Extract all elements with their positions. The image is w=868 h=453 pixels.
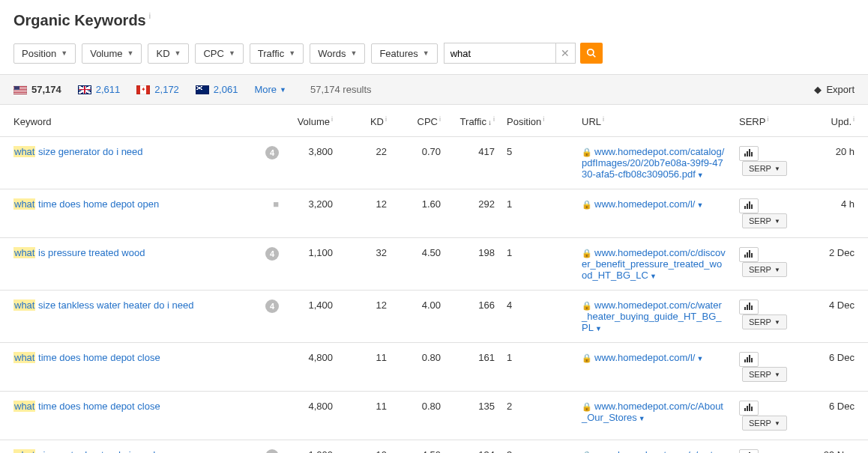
svg-rect-10 [744,255,746,258]
serp-chart-button[interactable] [739,247,759,262]
keyword-link[interactable]: what time does home depot close [13,401,160,412]
url-dropdown-icon[interactable]: ▼ [639,415,645,422]
url-link[interactable]: www.homedepot.com/l/ [594,198,695,210]
col-url[interactable]: URLi [555,105,733,137]
export-icon: ◆ [814,84,822,95]
export-button[interactable]: ◆ Export [814,84,855,95]
caret-down-icon: ▼ [289,49,295,57]
serp-chart-button[interactable] [739,449,759,453]
col-keyword[interactable]: Keyword [0,105,255,137]
clear-search-button[interactable]: ✕ [556,43,576,64]
keyword-link[interactable]: what size tankless water heater do i nee… [13,300,193,311]
serp-chart-button[interactable] [739,300,759,314]
cell-updated: 2 Dec [808,238,868,291]
country-us[interactable]: 57,174 [13,84,61,95]
search-input[interactable] [444,43,556,64]
serp-chart-button[interactable] [739,401,759,416]
svg-rect-12 [749,250,750,258]
cell-volume: 4,800 [285,392,339,440]
svg-line-1 [592,55,595,58]
video-icon[interactable]: ■ [273,198,279,210]
search-button[interactable] [580,43,603,64]
filter-position[interactable]: Position▼ [13,43,76,64]
filter-cpc[interactable]: CPC▼ [195,43,243,64]
filter-features[interactable]: Features▼ [371,43,437,64]
table-row: what size water heater do i need 5 1,000… [0,440,868,453]
url-link[interactable]: www.homedepot.com/c/About_Our_Stores [582,401,723,423]
cell-cpc: 0.80 [393,392,447,440]
bar-chart-icon [744,149,753,156]
svg-rect-25 [751,407,753,411]
caret-down-icon: ▼ [423,49,430,57]
serp-features-badge[interactable]: 4 [265,146,279,159]
url-dropdown-icon[interactable]: ▼ [696,355,703,362]
cell-traffic: 417 [447,137,501,189]
country-au[interactable]: 2,061 [196,84,238,95]
serp-dropdown-button[interactable]: SERP▼ [742,213,787,228]
filter-kd[interactable]: KD▼ [148,43,189,64]
bar-chart-icon [744,355,753,362]
cell-kd: 32 [339,238,393,291]
serp-chart-button[interactable] [739,146,759,161]
col-serp[interactable]: SERPi [733,105,808,137]
serp-dropdown-button[interactable]: SERP▼ [742,262,787,277]
cell-traffic: 166 [447,291,501,343]
serp-chart-button[interactable] [739,198,759,213]
col-upd[interactable]: Upd.i [808,105,868,137]
url-link[interactable]: www.homedepot.com/l/ [594,352,695,363]
keyword-link[interactable]: what time does home depot close [13,352,160,363]
col-position[interactable]: Positioni [501,105,555,137]
country-gb[interactable]: 2,611 [78,84,121,95]
url-link[interactable]: www.homedepot.com/c/water_heater_buying_… [582,300,722,333]
serp-dropdown-button[interactable]: SERP▼ [742,416,787,431]
svg-rect-23 [747,406,748,411]
filter-traffic[interactable]: Traffic▼ [250,43,304,64]
serp-dropdown-button[interactable]: SERP▼ [742,314,787,329]
url-dropdown-icon[interactable]: ▼ [697,171,704,179]
keyword-link[interactable]: what size water heater do i need [13,449,155,453]
serp-features-badge[interactable]: 4 [265,300,279,313]
svg-rect-15 [747,305,748,310]
keyword-link[interactable]: what size generator do i need [13,146,143,157]
lock-icon: 🔒 [582,402,592,411]
country-ca[interactable]: 2,172 [136,84,179,95]
table-row: what time does home depot close 4,800 11… [0,392,868,440]
url-link[interactable]: www.homedepot.com/c/water_heater_buying_… [582,449,722,453]
svg-rect-4 [749,149,750,156]
cell-updated: 4 h [808,189,868,238]
svg-rect-20 [749,355,750,362]
cell-position: 5 [501,137,555,189]
svg-rect-5 [751,152,753,156]
cell-kd: 10 [339,440,393,453]
caret-down-icon: ▼ [774,218,780,225]
page-title: Organic Keywordsi [13,12,855,29]
keyword-link[interactable]: what is pressure treated wood [13,247,145,258]
col-volume[interactable]: Volumei [285,105,339,137]
serp-dropdown-button[interactable]: SERP▼ [742,367,787,382]
url-dropdown-icon[interactable]: ▼ [650,273,657,280]
col-traffic[interactable]: Traffic↓i [447,105,501,137]
col-kd[interactable]: KDi [339,105,393,137]
lock-icon: 🔒 [582,200,592,209]
cell-kd: 22 [339,137,393,189]
col-cpc[interactable]: CPCi [393,105,447,137]
filter-bar: Position▼Volume▼KD▼CPC▼Traffic▼Words▼Fea… [0,35,868,74]
caret-down-icon: ▼ [61,49,67,57]
serp-chart-button[interactable] [739,352,759,367]
stats-bar: 57,1742,6112,1722,061 More▼ 57,174 resul… [0,74,868,105]
url-dropdown-icon[interactable]: ▼ [595,325,602,332]
url-dropdown-icon[interactable]: ▼ [696,201,703,209]
serp-features-badge[interactable]: 5 [265,449,279,453]
bar-chart-icon [744,302,753,310]
filter-words[interactable]: Words▼ [310,43,365,64]
serp-features-badge[interactable]: 4 [265,247,279,261]
lock-icon: 🔒 [582,301,592,310]
table-row: what time does home depot open ■ 3,200 1… [0,189,868,238]
more-countries[interactable]: More▼ [254,84,286,95]
svg-rect-13 [751,253,753,258]
keyword-link[interactable]: what time does home depot open [13,198,159,210]
cell-volume: 4,800 [285,343,339,392]
serp-dropdown-button[interactable]: SERP▼ [742,161,787,176]
cell-cpc: 4.00 [393,291,447,343]
filter-volume[interactable]: Volume▼ [82,43,142,64]
